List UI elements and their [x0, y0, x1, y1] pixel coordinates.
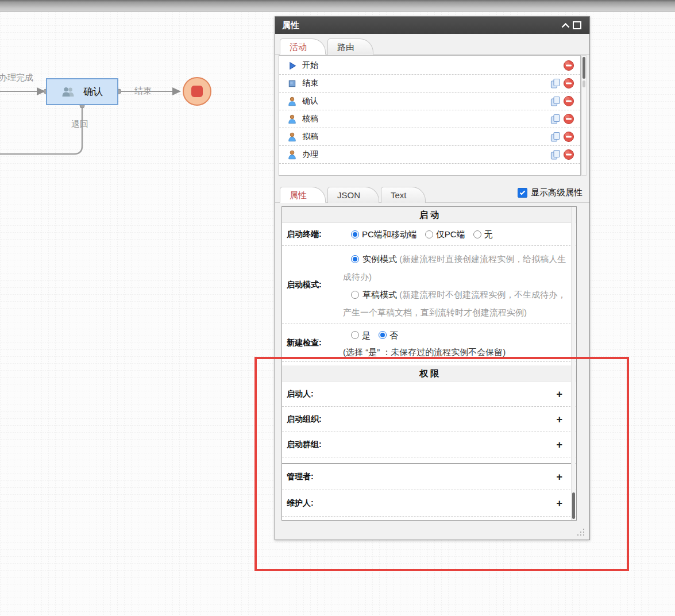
add-button[interactable]: +	[556, 440, 562, 450]
activity-row[interactable]: 核稿	[279, 110, 580, 128]
permission-rows: 启动人: + 启动组织: + 启动群组: +	[282, 382, 576, 457]
sub-tab[interactable]: 属性	[280, 187, 326, 203]
activity-row[interactable]: 拟稿	[279, 128, 580, 146]
radio-option[interactable]: 是	[351, 327, 371, 344]
copy-icon[interactable]	[550, 78, 561, 89]
delete-minus-icon[interactable]	[563, 95, 574, 107]
checkbox-checked-icon	[518, 188, 527, 198]
field-label: 启动终端:	[282, 229, 343, 240]
permission-row: 维护人: +	[282, 490, 576, 517]
person-icon	[287, 97, 297, 106]
radio-option[interactable]: 草稿模式 (新建流程时不创建流程实例，不生成待办，产生一个草稿文档，直到流转时才…	[343, 286, 568, 321]
flow-label-end: 结束	[134, 86, 152, 97]
panel-title: 属性	[282, 20, 560, 31]
flow-label-done: 办理完成	[0, 72, 33, 83]
users-icon	[61, 87, 75, 97]
collapse-chevron-icon[interactable]	[560, 20, 571, 31]
field-label: 管理者:	[282, 472, 343, 482]
delete-minus-icon[interactable]	[563, 113, 574, 125]
permission-rows-admin: 管理者: + 维护人: +	[282, 463, 576, 517]
tab-label: Text	[391, 190, 407, 200]
top-tab[interactable]: 活动	[280, 38, 326, 55]
activity-row[interactable]: 确认	[279, 93, 580, 110]
delete-minus-icon[interactable]	[563, 131, 574, 143]
person-icon	[287, 132, 297, 142]
delete-minus-icon[interactable]	[563, 60, 574, 71]
checkbox-label: 显示高级属性	[531, 187, 583, 198]
permission-row: 启动组织: +	[282, 407, 576, 432]
maximize-icon[interactable]	[571, 20, 583, 31]
radio-icon	[379, 331, 387, 339]
window-top-bar	[0, 0, 675, 12]
flow-label-back: 退回	[71, 119, 88, 130]
sub-tab[interactable]: Text	[381, 187, 426, 203]
properties-panel: 属性 活动 路由 开始	[275, 16, 590, 540]
radio-label: PC端和移动端	[362, 225, 417, 243]
radio-icon	[351, 255, 359, 263]
form-row-newcheck: 新建检查: 是 否 (选择 “是” ：未保存过的	[282, 324, 576, 362]
field-label: 启动组织:	[282, 414, 343, 425]
field-label: 新建检查:	[282, 338, 343, 348]
copy-icon[interactable]	[550, 113, 561, 125]
form-row-mode: 启动模式: 实例模式 (新建流程时直接创建流程实例，给拟稿人生成待办) 草稿模式…	[282, 246, 576, 324]
activity-label: 核稿	[302, 114, 550, 124]
add-button[interactable]: +	[556, 472, 562, 482]
field-label: 维护人:	[282, 498, 343, 509]
permission-row: 启动群组: +	[282, 432, 576, 457]
activity-row[interactable]: 结束	[279, 75, 580, 93]
person-icon	[287, 114, 297, 124]
activity-row[interactable]: 办理	[279, 146, 580, 164]
copy-icon[interactable]	[550, 131, 561, 143]
section-header-permission: 权 限	[282, 365, 576, 382]
radio-option[interactable]: 无	[473, 225, 493, 243]
radio-option[interactable]: 实例模式 (新建流程时直接创建流程实例，给拟稿人生成待办)	[343, 250, 568, 286]
radio-label: 草稿模式	[362, 290, 397, 299]
stop-icon	[191, 86, 203, 97]
tab-label: 属性	[290, 190, 307, 200]
delete-minus-icon[interactable]	[563, 78, 574, 89]
panel-header[interactable]: 属性	[275, 17, 589, 34]
activity-list: 开始 结束	[279, 55, 581, 176]
flow-node-label: 确认	[83, 85, 103, 98]
radio-icon	[351, 291, 359, 299]
activity-row[interactable]: 开始	[279, 57, 580, 75]
copy-icon[interactable]	[550, 149, 561, 160]
properties-form: 启 动 启动终端: PC端和移动端 仅PC端	[281, 206, 577, 521]
scrollbar-thumb[interactable]	[583, 57, 585, 79]
radio-label: 实例模式	[362, 254, 397, 264]
radio-option[interactable]: 仅PC端	[425, 225, 465, 243]
add-button[interactable]: +	[556, 414, 562, 425]
resize-grip[interactable]	[577, 529, 584, 536]
person-icon	[287, 150, 297, 160]
activity-label: 结束	[302, 78, 550, 88]
activity-route-tabbar: 活动 路由	[275, 34, 589, 55]
field-label: 启动群组:	[282, 440, 343, 450]
scrollbar-thumb[interactable]	[572, 492, 575, 519]
radio-option[interactable]: PC端和移动端	[351, 225, 417, 243]
delete-minus-icon[interactable]	[563, 149, 574, 160]
radio-label: 仅PC端	[436, 225, 465, 243]
advanced-properties-checkbox[interactable]: 显示高级属性	[518, 187, 583, 198]
permission-row: 管理者: +	[282, 464, 576, 490]
field-label: 启动人:	[282, 389, 343, 399]
flow-node-confirm[interactable]: 确认	[46, 78, 118, 105]
add-button[interactable]: +	[556, 498, 562, 509]
section-header-start: 启 动	[282, 207, 576, 223]
form-scrollbar[interactable]	[571, 207, 576, 520]
newcheck-note: (选择 “是” ：未保存过的流程实例不会保留)	[343, 344, 568, 360]
sub-tab[interactable]: JSON	[327, 187, 379, 203]
top-tab[interactable]: 路由	[327, 38, 373, 55]
radio-icon	[351, 331, 359, 339]
radio-icon	[351, 230, 359, 238]
tab-label: 活动	[290, 42, 307, 52]
radio-icon	[473, 230, 481, 238]
copy-icon[interactable]	[550, 95, 561, 107]
stop-square-icon	[287, 79, 297, 88]
radio-option[interactable]: 否	[379, 327, 398, 344]
flow-node-end[interactable]	[183, 77, 211, 106]
tab-label: JSON	[337, 190, 360, 200]
activity-label: 确认	[302, 96, 550, 106]
tab-label: 路由	[337, 42, 354, 52]
add-button[interactable]: +	[556, 389, 562, 399]
activity-list-scrollbar[interactable]	[581, 55, 587, 176]
